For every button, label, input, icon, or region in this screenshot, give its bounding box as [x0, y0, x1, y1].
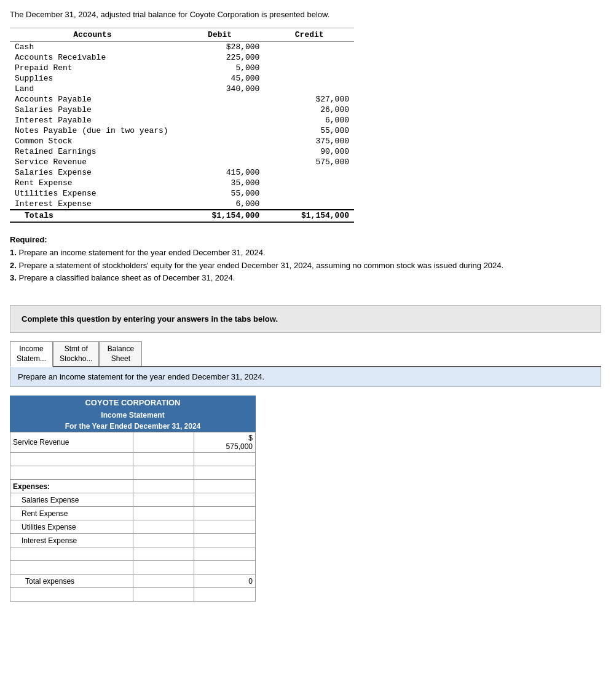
debit-cell	[175, 115, 265, 125]
income-empty-label	[10, 561, 133, 575]
tab-content-area: Prepare an income statement for the year…	[10, 367, 601, 387]
credit-cell: $27,000	[264, 94, 354, 105]
income-totals-label: Total expenses	[10, 575, 133, 588]
trial-balance-row: Utilities Expense 55,000	[10, 188, 354, 199]
credit-cell: 575,000	[264, 157, 354, 167]
income-label: Service Revenue	[10, 432, 133, 453]
income-row	[10, 466, 256, 480]
income-section-right[interactable]	[194, 480, 256, 493]
income-empty-mid	[133, 547, 194, 561]
debit-cell: 35,000	[175, 178, 265, 188]
income-section-mid[interactable]	[133, 480, 194, 493]
credit-cell: 6,000	[264, 115, 354, 125]
tabs-row: Income Statem... Stmt of Stockho... Bala…	[10, 341, 601, 367]
income-empty-right	[194, 561, 256, 575]
account-cell: Rent Expense	[10, 178, 175, 188]
income-row	[10, 561, 256, 575]
income-mid	[133, 432, 194, 453]
tab-balance[interactable]: Balance Sheet	[99, 341, 142, 366]
req-text-3: Prepare a classified balance sheet as of…	[18, 273, 235, 282]
complete-box: Complete this question by entering your …	[10, 305, 601, 333]
col-header-account: Accounts	[10, 28, 175, 42]
income-indent-label: Interest Expense	[10, 534, 133, 547]
income-indent-mid[interactable]	[133, 534, 194, 547]
income-empty-label	[10, 588, 133, 602]
income-empty-right	[194, 453, 256, 466]
income-empty-label	[10, 466, 133, 480]
credit-cell: 26,000	[264, 105, 354, 115]
income-indent-right[interactable]	[194, 507, 256, 520]
income-indent-mid[interactable]	[133, 493, 194, 507]
debit-cell: 340,000	[175, 84, 265, 94]
trial-balance-row: Notes Payable (due in two years) 55,000	[10, 125, 354, 136]
debit-cell	[175, 146, 265, 157]
income-empty-right	[194, 547, 256, 561]
income-indent-label: Salaries Expense	[10, 493, 133, 507]
income-indent-right[interactable]	[194, 534, 256, 547]
col-header-credit: Credit	[264, 28, 354, 42]
trial-balance-row: Rent Expense 35,000	[10, 178, 354, 188]
debit-cell: 6,000	[175, 199, 265, 210]
credit-cell: 375,000	[264, 136, 354, 146]
debit-cell: 5,000	[175, 63, 265, 73]
income-empty-mid	[133, 453, 194, 466]
debit-cell: 55,000	[175, 188, 265, 199]
credit-cell	[264, 63, 354, 73]
income-row: Utilities Expense	[10, 520, 256, 534]
credit-cell	[264, 199, 354, 210]
income-empty-mid	[133, 561, 194, 575]
income-indent-mid[interactable]	[133, 520, 194, 534]
income-row: Rent Expense	[10, 507, 256, 520]
trial-balance-row: Common Stock 375,000	[10, 136, 354, 146]
income-empty-label	[10, 453, 133, 466]
debit-cell	[175, 94, 265, 105]
income-empty-label	[10, 547, 133, 561]
income-indent-mid[interactable]	[133, 507, 194, 520]
income-indent-label: Utilities Expense	[10, 520, 133, 534]
income-value: $575,000	[194, 432, 256, 453]
totals-credit: $1,154,000	[264, 210, 354, 222]
income-row	[10, 547, 256, 561]
debit-cell	[175, 105, 265, 115]
col-header-debit: Debit	[175, 28, 265, 42]
trial-balance-row: Prepaid Rent 5,000	[10, 63, 354, 73]
req-num-3: 3.	[10, 273, 17, 282]
income-row: Expenses:	[10, 480, 256, 493]
tab-instruction: Prepare an income statement for the year…	[18, 372, 593, 381]
totals-debit: $1,154,000	[175, 210, 265, 222]
trial-balance-row: Interest Payable 6,000	[10, 115, 354, 125]
income-table: Service Revenue $575,000 Expenses: Salar…	[10, 432, 256, 602]
required-item-3: 3. Prepare a classified balance sheet as…	[10, 272, 601, 285]
account-cell: Notes Payable (due in two years)	[10, 125, 175, 136]
income-empty-right	[194, 588, 256, 602]
intro-text: The December 31, 2024, adjusted trial ba…	[10, 10, 601, 19]
income-title3: For the Year Ended December 31, 2024	[10, 421, 256, 432]
trial-balance-row: Cash $28,000	[10, 42, 354, 53]
debit-cell: $28,000	[175, 42, 265, 53]
income-indent-right[interactable]	[194, 493, 256, 507]
credit-cell	[264, 167, 354, 178]
tab-income[interactable]: Income Statem...	[10, 341, 53, 367]
trial-balance-section: Accounts Debit Credit Cash $28,000 Accou…	[10, 28, 601, 223]
debit-cell: 45,000	[175, 73, 265, 84]
trial-balance-row: Supplies 45,000	[10, 73, 354, 84]
trial-balance-row: Land 340,000	[10, 84, 354, 94]
tab-stockholders[interactable]: Stmt of Stockho...	[53, 341, 99, 366]
req-text-1: Prepare an income statement for the year…	[18, 248, 265, 257]
trial-balance-row: Salaries Payable 26,000	[10, 105, 354, 115]
required-section: Required: 1. Prepare an income statement…	[10, 234, 601, 285]
totals-label: Totals	[10, 210, 175, 222]
income-row: Salaries Expense	[10, 493, 256, 507]
account-cell: Accounts Payable	[10, 94, 175, 105]
credit-cell	[264, 73, 354, 84]
income-row	[10, 588, 256, 602]
credit-cell: 90,000	[264, 146, 354, 157]
income-totals-mid[interactable]	[133, 575, 194, 588]
account-cell: Common Stock	[10, 136, 175, 146]
debit-cell: 225,000	[175, 52, 265, 63]
income-row: Total expenses 0	[10, 575, 256, 588]
income-totals-right[interactable]: 0	[194, 575, 256, 588]
trial-balance-row: Salaries Expense 415,000	[10, 167, 354, 178]
income-indent-right[interactable]	[194, 520, 256, 534]
trial-balance-row: Accounts Payable $27,000	[10, 94, 354, 105]
